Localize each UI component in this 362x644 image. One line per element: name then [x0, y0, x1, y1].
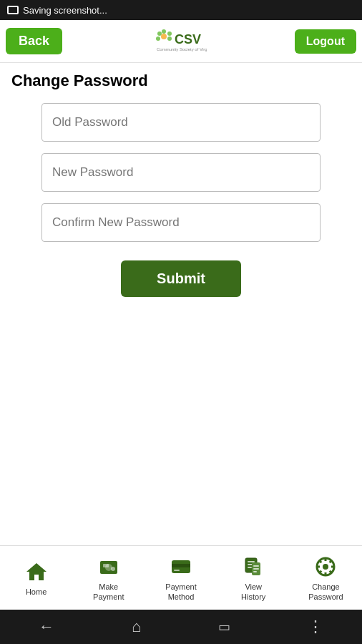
page-title: Change Password [0, 63, 362, 96]
svg-rect-23 [253, 568, 259, 570]
svg-line-31 [320, 561, 322, 563]
top-nav: Back CSV Community Society of Virginia L… [0, 20, 362, 63]
nav-item-make-payment[interactable]: MakePayment [72, 554, 145, 601]
svg-rect-15 [174, 570, 180, 571]
svg-point-4 [167, 36, 172, 41]
svg-point-26 [323, 564, 328, 570]
logout-button[interactable]: Logout [295, 29, 356, 54]
nav-label-home: Home [26, 587, 47, 597]
change-password-icon [313, 554, 338, 580]
nav-label-payment-method: PaymentMethod [165, 582, 196, 601]
nav-label-change-password: ChangePassword [308, 582, 343, 601]
status-bar: Saving screenshot... [0, 0, 362, 20]
svg-marker-8 [26, 563, 47, 580]
nav-item-view-history[interactable]: ViewHistory [217, 554, 290, 601]
svg-point-2 [157, 31, 162, 36]
svg-line-32 [330, 571, 332, 573]
main-content: Submit [0, 96, 362, 545]
old-password-input[interactable] [41, 103, 321, 142]
view-history-icon [240, 554, 266, 580]
system-more-button[interactable]: ⋮ [308, 618, 323, 636]
svg-line-34 [320, 571, 322, 573]
bottom-nav: Home MakePayment PaymentMethod [0, 545, 362, 610]
logo-svg: CSV Community Society of Virginia [150, 28, 207, 55]
svg-rect-14 [172, 564, 190, 567]
nav-item-change-password[interactable]: ChangePassword [290, 554, 362, 601]
svg-line-33 [330, 561, 332, 563]
status-message: Saving screenshot... [23, 5, 107, 16]
svg-rect-11 [103, 564, 109, 567]
confirm-password-input[interactable] [41, 203, 321, 242]
nav-item-payment-method[interactable]: PaymentMethod [145, 554, 217, 601]
svg-point-12 [111, 567, 115, 571]
svg-text:CSV: CSV [175, 32, 201, 47]
make-payment-icon [96, 554, 122, 580]
svg-rect-22 [253, 565, 259, 567]
system-home-button[interactable]: ⌂ [132, 618, 141, 636]
svg-point-1 [167, 31, 172, 36]
svg-text:Community Society of Virginia: Community Society of Virginia [157, 47, 207, 52]
back-button[interactable]: Back [6, 28, 62, 54]
system-bar: ← ⌂ ▭ ⋮ [0, 610, 362, 644]
svg-point-0 [161, 34, 167, 39]
svg-rect-20 [248, 567, 252, 568]
nav-label-make-payment: MakePayment [93, 582, 124, 601]
nav-item-home[interactable]: Home [0, 559, 72, 597]
nav-label-view-history: ViewHistory [241, 582, 265, 601]
system-back-button[interactable]: ← [39, 618, 54, 636]
home-icon [24, 559, 49, 585]
new-password-input[interactable] [41, 153, 321, 192]
svg-point-3 [156, 36, 160, 41]
screenshot-icon [7, 6, 19, 14]
logo-area: CSV Community Society of Virginia [150, 28, 207, 55]
svg-rect-24 [253, 571, 257, 572]
system-recents-button[interactable]: ▭ [218, 619, 230, 635]
submit-button[interactable]: Submit [121, 260, 241, 297]
svg-rect-18 [248, 561, 255, 562]
payment-method-icon [168, 554, 194, 580]
svg-point-5 [162, 29, 166, 34]
